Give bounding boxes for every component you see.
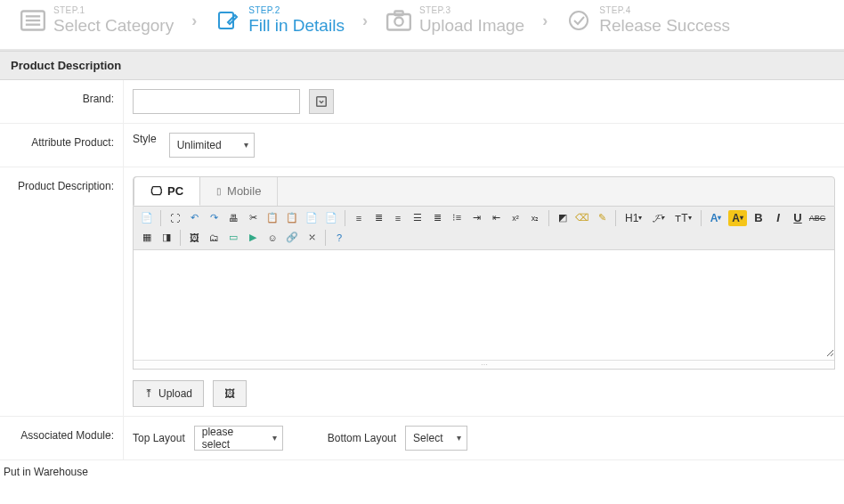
- bold-button[interactable]: B: [751, 210, 767, 226]
- table-icon[interactable]: ▦: [139, 230, 155, 246]
- style-select[interactable]: Unlimited: [169, 133, 255, 158]
- font-color-button[interactable]: A▾: [707, 210, 726, 226]
- tab-mobile[interactable]: ▯ Mobile: [200, 177, 278, 206]
- bottom-layout-value: Select: [413, 432, 442, 444]
- top-layout-label: Top Layout: [133, 432, 185, 444]
- unordered-list-icon[interactable]: ⁝≡: [449, 210, 465, 226]
- rich-text-editor: 📄 ⛶ ↶ ↷ 🖶 ✂ 📋 📋 📄 📄 ≡ ≣ ≡ ☰ ≣ ⁝≡ ⇥ ⇤: [133, 207, 835, 370]
- chevron-right-icon: ›: [542, 12, 548, 30]
- row-associated: Associated Module: Top Layout please sel…: [0, 417, 844, 460]
- source-icon[interactable]: 📄: [139, 210, 155, 226]
- underline-button[interactable]: U: [790, 210, 806, 226]
- list-icon: [20, 9, 46, 32]
- step-name: Fill in Details: [248, 16, 345, 37]
- fullscreen-icon[interactable]: ⛶: [166, 210, 183, 226]
- strikethrough-button[interactable]: ABC: [809, 210, 825, 226]
- clear-format-icon[interactable]: ◨: [158, 230, 174, 246]
- row-attribute: Attribute Product: Style Unlimited: [0, 124, 844, 167]
- row-description: Product Description: 🖵 PC ▯ Mobile 📄 ⛶ ↶…: [0, 167, 844, 417]
- top-layout-value: please select: [202, 426, 263, 451]
- align-justify-icon[interactable]: ☰: [410, 210, 426, 226]
- upload-icon: ⤒: [144, 387, 153, 400]
- italic-button[interactable]: I: [770, 210, 786, 226]
- paste-word-icon[interactable]: 📄: [323, 210, 339, 226]
- bg-color-button[interactable]: A▾: [728, 210, 747, 226]
- unlink-icon[interactable]: ⤫: [304, 230, 320, 246]
- bottom-layout-select[interactable]: Select: [405, 426, 467, 451]
- bottom-layout-label: Bottom Layout: [328, 432, 396, 444]
- steps-bar: STEP.1 Select Category › STEP.2 Fill in …: [0, 0, 844, 51]
- outdent-icon[interactable]: ⇤: [488, 210, 504, 226]
- editor-toolbar: 📄 ⛶ ↶ ↷ 🖶 ✂ 📋 📋 📄 📄 ≡ ≣ ≡ ☰ ≣ ⁝≡ ⇥ ⇤: [134, 207, 834, 250]
- subscript-icon[interactable]: x₂: [527, 210, 543, 226]
- superscript-icon[interactable]: x²: [507, 210, 523, 226]
- upload-label: Upload: [158, 387, 192, 400]
- ordered-list-icon[interactable]: ≣: [429, 210, 445, 226]
- media-icon[interactable]: ▶: [245, 230, 261, 246]
- image-gallery-button[interactable]: 🖼: [213, 380, 247, 407]
- associated-label: Associated Module:: [0, 417, 124, 459]
- separator: [548, 210, 549, 226]
- section-header: Product Description: [0, 51, 844, 80]
- upload-row: ⤒ Upload 🖼: [133, 380, 835, 407]
- step-num: STEP.4: [599, 5, 730, 16]
- multi-image-icon[interactable]: 🗂: [206, 230, 222, 246]
- image-icon[interactable]: 🖼: [186, 230, 202, 246]
- camera-icon: [385, 9, 412, 32]
- resize-handle[interactable]: ⋯: [134, 360, 834, 369]
- brand-picker-button[interactable]: [309, 89, 334, 114]
- edit-icon: [215, 9, 241, 32]
- editor-textarea[interactable]: [134, 250, 834, 357]
- check-circle-icon: [565, 9, 592, 32]
- align-center-icon[interactable]: ≣: [370, 210, 386, 226]
- brand-input[interactable]: [133, 89, 300, 114]
- print-icon[interactable]: 🖶: [225, 210, 241, 226]
- step-name: Release Success: [599, 16, 730, 37]
- step-name: Select Category: [53, 16, 174, 37]
- tab-pc-label: PC: [167, 184, 183, 198]
- step-num: STEP.2: [248, 5, 345, 16]
- desktop-icon: 🖵: [150, 184, 162, 198]
- heading-select[interactable]: H1▾: [621, 210, 645, 226]
- step-2[interactable]: STEP.2 Fill in Details: [215, 5, 345, 37]
- font-size-select[interactable]: ᴛT▾: [671, 210, 694, 226]
- attribute-label: Attribute Product:: [0, 124, 124, 167]
- paste-text-icon[interactable]: 📄: [304, 210, 320, 226]
- align-right-icon[interactable]: ≡: [390, 210, 406, 226]
- separator: [345, 210, 345, 226]
- step-4[interactable]: STEP.4 Release Success: [565, 5, 730, 37]
- align-left-icon[interactable]: ≡: [351, 210, 367, 226]
- brand-label: Brand:: [0, 80, 124, 123]
- chevron-right-icon: ›: [191, 12, 197, 30]
- step-3[interactable]: STEP.3 Upload Image: [385, 5, 524, 37]
- font-family-select[interactable]: 𝓕▾: [649, 210, 668, 226]
- editor-tabs: 🖵 PC ▯ Mobile: [133, 176, 835, 207]
- link-icon[interactable]: 🔗: [284, 230, 300, 246]
- svg-point-8: [570, 12, 588, 29]
- separator: [160, 210, 161, 226]
- upload-button[interactable]: ⤒ Upload: [133, 380, 204, 407]
- row-brand: Brand:: [0, 80, 844, 124]
- indent-icon[interactable]: ⇥: [468, 210, 484, 226]
- undo-icon[interactable]: ↶: [186, 210, 202, 226]
- image-icon: 🖼: [224, 387, 235, 400]
- format-match-icon[interactable]: ✎: [594, 210, 610, 226]
- emoji-icon[interactable]: ☺: [264, 230, 280, 246]
- paste-icon[interactable]: 📋: [284, 210, 300, 226]
- cut-icon[interactable]: ✂: [245, 210, 261, 226]
- tab-mobile-label: Mobile: [227, 184, 261, 198]
- svg-rect-7: [394, 12, 402, 16]
- remove-format-icon[interactable]: ⌫: [574, 210, 590, 226]
- warehouse-section-title: Put in Warehouse: [0, 460, 844, 484]
- step-1[interactable]: STEP.1 Select Category: [20, 5, 174, 37]
- flash-icon[interactable]: ▭: [225, 230, 241, 246]
- select-all-icon[interactable]: ◩: [555, 210, 571, 226]
- tab-pc[interactable]: 🖵 PC: [134, 176, 200, 206]
- dropdown-icon: [316, 96, 327, 107]
- redo-icon[interactable]: ↷: [206, 210, 222, 226]
- svg-rect-4: [219, 12, 233, 28]
- help-icon[interactable]: ?: [331, 230, 347, 246]
- copy-icon[interactable]: 📋: [264, 210, 280, 226]
- style-label: Style: [133, 133, 157, 145]
- top-layout-select[interactable]: please select: [194, 426, 283, 451]
